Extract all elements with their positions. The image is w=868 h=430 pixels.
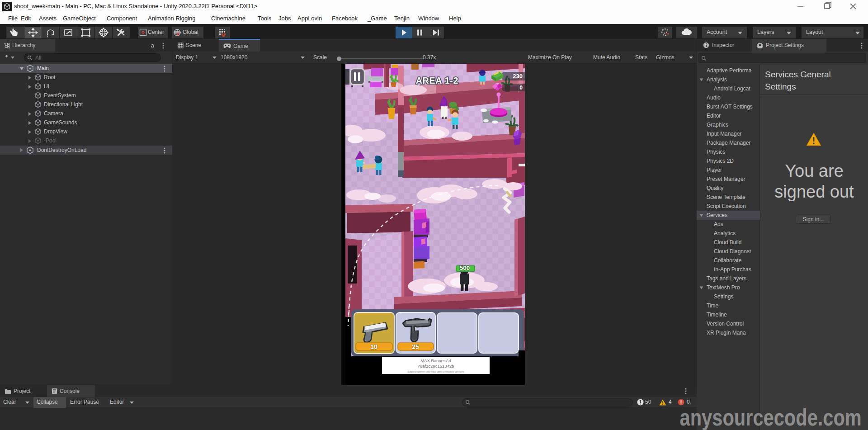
svg-text:25: 25 [412, 343, 419, 350]
svg-text:0: 0 [519, 85, 523, 91]
svg-text:78af2c29c151342b: 78af2c29c151342b [418, 364, 454, 369]
svg-text:500: 500 [460, 265, 470, 271]
svg-text:10: 10 [370, 343, 377, 350]
svg-text:AREA 1-2: AREA 1-2 [416, 76, 459, 85]
svg-text:230: 230 [513, 73, 523, 80]
svg-text:Scaled banner test may vary on: Scaled banner test may vary on mobile de… [407, 370, 464, 373]
svg-text:MAX Banner Ad: MAX Banner Ad [420, 358, 451, 363]
